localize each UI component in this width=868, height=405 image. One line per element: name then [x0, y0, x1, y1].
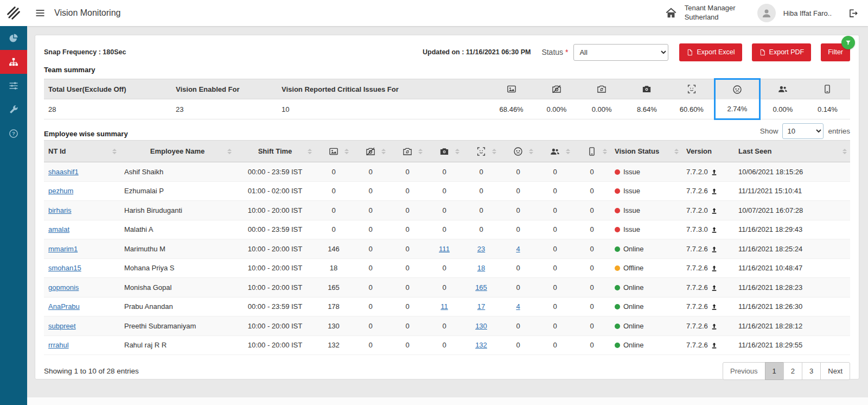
sort-icon[interactable]	[344, 149, 349, 154]
sidebar-item-help[interactable]	[0, 122, 27, 145]
upload-icon[interactable]	[711, 323, 718, 330]
emp-col-face-issue-icon[interactable]	[500, 141, 537, 162]
count-link[interactable]: 130	[475, 322, 487, 330]
sidebar-item-preferences[interactable]	[0, 74, 27, 98]
count-link[interactable]: 17	[477, 302, 485, 311]
ntid-link[interactable]: pezhum	[48, 187, 73, 195]
page-button-2[interactable]: 2	[783, 362, 802, 380]
home-icon[interactable]	[665, 7, 677, 19]
col-nt-id[interactable]: NT Id	[44, 141, 120, 162]
count-link[interactable]: 165	[475, 283, 487, 292]
col-shift-time[interactable]: Shift Time	[235, 141, 315, 162]
count-cell: 0	[573, 297, 610, 317]
upload-icon[interactable]	[711, 303, 718, 311]
vision-status: Online	[610, 297, 682, 317]
sidebar-item-dashboard[interactable]	[0, 26, 27, 50]
ntid-link[interactable]: amalat	[48, 225, 69, 233]
count-cell: 0	[537, 336, 573, 355]
sort-icon[interactable]	[418, 149, 423, 154]
sort-icon[interactable]	[308, 149, 312, 154]
status-dot-icon	[615, 208, 620, 213]
emp-col-camera-off-icon[interactable]	[352, 141, 389, 162]
upload-icon[interactable]	[711, 169, 718, 176]
emp-col-image-icon[interactable]	[315, 141, 352, 162]
emp-col-camera-icon[interactable]	[426, 141, 463, 162]
count-cell: 0	[389, 239, 426, 259]
export-pdf-button[interactable]: Export PDF	[752, 43, 812, 61]
page-button-3[interactable]: 3	[802, 362, 821, 380]
sort-icon[interactable]	[603, 149, 607, 154]
upload-icon[interactable]	[711, 246, 718, 253]
sidebar-item-team-monitoring[interactable]	[0, 50, 27, 74]
shift-time: 00:00 - 23:59 IST	[235, 162, 315, 182]
last-seen: 11/16/2021 18:29:55	[734, 336, 850, 355]
count-link[interactable]: 132	[475, 341, 487, 349]
page-button-1[interactable]: 1	[765, 362, 784, 380]
next-page-button[interactable]: Next	[820, 362, 850, 380]
filter-badge[interactable]	[841, 36, 855, 49]
sort-icon[interactable]	[566, 149, 570, 154]
avatar[interactable]	[757, 4, 776, 22]
count-cell: 0	[389, 258, 426, 278]
ntid-link[interactable]: AnaPrabu	[48, 302, 80, 311]
count-cell: 0	[315, 220, 352, 239]
sort-icon[interactable]	[227, 149, 232, 154]
sidebar-item-tools[interactable]	[0, 98, 27, 122]
emp-col-people-icon[interactable]	[537, 141, 573, 162]
upload-icon[interactable]	[711, 188, 718, 195]
emp-col-camera-retry-icon[interactable]	[389, 141, 426, 162]
ntid-link[interactable]: rrrahul	[48, 341, 69, 349]
logout-icon[interactable]	[848, 8, 858, 18]
app-logo	[0, 0, 27, 26]
filter-button[interactable]: Filter	[821, 43, 850, 61]
sort-icon[interactable]	[381, 149, 386, 154]
col-version[interactable]: Version	[682, 141, 734, 162]
ntid-link[interactable]: gopmonis	[48, 283, 79, 292]
hamburger-menu-icon[interactable]	[35, 8, 46, 18]
ntid-link[interactable]: mmarim1	[48, 245, 78, 253]
sort-icon[interactable]	[112, 149, 117, 154]
col-employee-name[interactable]: Employee Name	[120, 141, 235, 162]
ntid-link[interactable]: smohan15	[48, 264, 81, 272]
upload-icon[interactable]	[711, 265, 718, 272]
ntid-link[interactable]: shaashif1	[48, 168, 79, 176]
count-link[interactable]: 4	[516, 245, 520, 253]
emp-col-mobile-icon[interactable]	[573, 141, 610, 162]
team-col-face-issue-icon	[714, 79, 760, 99]
sort-icon[interactable]	[674, 149, 679, 154]
employee-row: smohan15Mohana Priya S10:00 - 20:00 IST1…	[44, 258, 850, 278]
upload-icon[interactable]	[711, 226, 718, 233]
count-cell: 130	[315, 317, 352, 336]
count-link[interactable]: 111	[439, 245, 450, 253]
col-vision-status[interactable]: Vision Status	[610, 141, 682, 162]
ntid-link[interactable]: birharis	[48, 206, 72, 214]
export-excel-button[interactable]: Export Excel	[679, 43, 742, 61]
emp-col-face-scan-icon[interactable]	[463, 141, 500, 162]
vision-enabled-value: 23	[171, 99, 277, 119]
team-col-camera-icon	[624, 79, 669, 99]
count-cell: 0	[389, 317, 426, 336]
count-link[interactable]: 11	[441, 302, 448, 311]
count-link[interactable]: 4	[516, 302, 520, 311]
version-cell: 7.7.2.6	[682, 239, 734, 259]
status-select[interactable]: All	[573, 44, 668, 61]
previous-page-button[interactable]: Previous	[723, 362, 765, 380]
count-cell: 0	[426, 201, 463, 220]
excel-file-icon	[686, 49, 693, 56]
upload-icon[interactable]	[711, 207, 718, 214]
sort-icon[interactable]	[843, 149, 847, 154]
col-last-seen[interactable]: Last Seen	[734, 141, 850, 162]
page-size-select[interactable]: 10	[782, 123, 824, 139]
col-vision-enabled: Vision Enabled For	[171, 79, 277, 99]
upload-icon[interactable]	[711, 284, 718, 292]
camera-icon	[642, 84, 652, 94]
upload-icon[interactable]	[711, 342, 718, 349]
count-link[interactable]: 23	[477, 245, 485, 253]
ntid-link[interactable]: subpreet	[48, 322, 76, 330]
count-cell: 165	[315, 278, 352, 298]
count-link[interactable]: 18	[477, 264, 485, 272]
sort-icon[interactable]	[455, 149, 459, 154]
count-cell: 0	[573, 162, 610, 182]
sort-icon[interactable]	[492, 149, 496, 154]
sort-icon[interactable]	[529, 149, 533, 154]
